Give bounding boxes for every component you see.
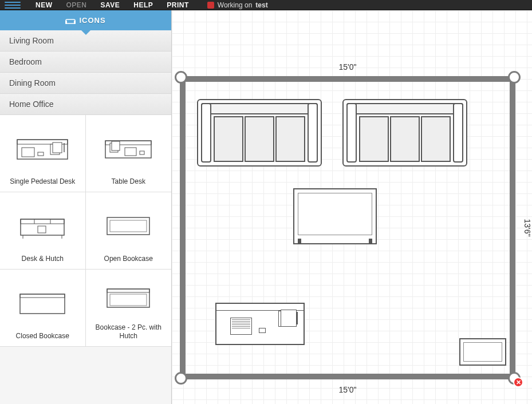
palette-open-bookcase[interactable]: Open Bookcase: [86, 192, 172, 270]
desk-hutch-icon: [3, 197, 82, 255]
corner-handle-bl[interactable]: [175, 372, 187, 385]
toolbar-print[interactable]: PRINT: [160, 1, 196, 9]
furniture-coffee-table[interactable]: [293, 188, 377, 244]
palette-item-label: Closed Bookcase: [16, 332, 69, 340]
corner-handle-tl[interactable]: [175, 71, 187, 84]
furniture-sofa[interactable]: [342, 99, 467, 167]
palette-item-label: Open Bookcase: [104, 255, 153, 263]
dimension-right: 13'6": [522, 219, 531, 236]
svg-rect-13: [112, 141, 120, 150]
svg-rect-25: [20, 294, 65, 314]
svg-rect-8: [53, 142, 62, 153]
furniture-sofa[interactable]: [197, 99, 322, 167]
palette-desk-hutch[interactable]: Desk & Hutch: [0, 192, 86, 270]
category-bedroom[interactable]: Bedroom: [0, 52, 171, 73]
toolbar-save[interactable]: SAVE: [94, 1, 127, 9]
category-home-office[interactable]: Home Office: [0, 94, 171, 115]
palette-item-label: Table Desk: [112, 177, 145, 186]
working-on-indicator: Working on test: [207, 1, 268, 9]
bookcase-icon: [3, 274, 82, 332]
toolbar-open[interactable]: OPEN: [60, 1, 94, 9]
bookcase-icon: [89, 197, 168, 255]
bookcase-hutch-icon: [89, 274, 168, 323]
palette-table-desk[interactable]: Table Desk: [86, 115, 172, 192]
main-toolbar: NEW OPEN SAVE HELP PRINT Working on test: [0, 0, 532, 10]
unsaved-icon: [207, 2, 214, 9]
desk-icon: [3, 120, 82, 177]
svg-rect-20: [38, 226, 46, 233]
sofa-icon: [65, 18, 76, 25]
dimension-top: 15'0": [338, 62, 356, 72]
corner-handle-tr[interactable]: [508, 71, 521, 84]
dimension-bottom: 15'0": [338, 385, 356, 394]
working-on-label: Working on: [218, 1, 252, 9]
dimension-left: 13'6": [172, 219, 173, 236]
category-list: Living Room Bedroom Dining Room Home Off…: [0, 30, 171, 115]
toolbar-help[interactable]: HELP: [127, 1, 160, 9]
palette-single-pedestal-desk[interactable]: Single Pedestal Desk: [0, 115, 86, 192]
palette-item-label: Desk & Hutch: [22, 255, 64, 263]
svg-rect-0: [66, 19, 75, 23]
palette-bookcase-2pc-hutch[interactable]: Bookcase - 2 Pc. with Hutch: [86, 270, 172, 347]
icons-tab[interactable]: ICONS: [0, 10, 171, 30]
svg-rect-2: [74, 21, 76, 24]
palette-closed-bookcase[interactable]: Closed Bookcase: [0, 270, 86, 347]
svg-rect-27: [107, 289, 149, 307]
sidebar: ICONS Living Room Bedroom Dining Room Ho…: [0, 10, 172, 404]
room[interactable]: ✕ 15'0" 15'0" 13'6" 13'6": [180, 76, 515, 379]
furniture-palette: Single Pedestal Desk Table Desk Desk & H…: [0, 115, 171, 347]
desk-icon: [89, 120, 168, 177]
furniture-bookcase[interactable]: [459, 338, 506, 366]
toolbar-new[interactable]: NEW: [29, 1, 60, 9]
svg-rect-1: [65, 21, 67, 24]
floorplan-canvas[interactable]: ✕ 15'0" 15'0" 13'6" 13'6": [172, 10, 532, 404]
project-name: test: [255, 1, 267, 9]
menu-icon[interactable]: [5, 0, 21, 10]
category-dining-room[interactable]: Dining Room: [0, 73, 171, 94]
furniture-desk[interactable]: [215, 303, 305, 345]
palette-item-label: Single Pedestal Desk: [10, 177, 75, 186]
delete-room-button[interactable]: ✕: [513, 377, 523, 387]
icons-tab-label: ICONS: [79, 16, 105, 25]
palette-item-label: Bookcase - 2 Pc. with Hutch: [89, 323, 168, 340]
